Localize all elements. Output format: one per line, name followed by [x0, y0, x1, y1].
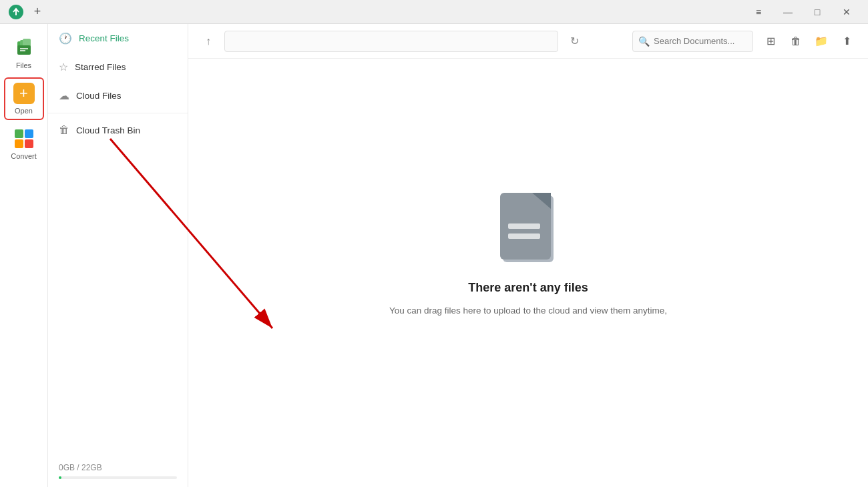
svg-rect-4 — [17, 45, 31, 55]
refresh-button[interactable]: ↻ — [565, 32, 584, 51]
files-icon — [13, 37, 35, 59]
nav-item-open-label: Open — [15, 107, 33, 115]
sidebar-item-starred-label: Starred Files — [75, 62, 126, 72]
nav-item-convert[interactable]: Convert — [4, 123, 44, 165]
empty-state-subtitle: You can drag files here to upload to the… — [389, 306, 667, 316]
maximize-button[interactable]: □ — [804, 0, 831, 24]
svg-rect-11 — [508, 233, 540, 239]
upload-button[interactable]: ⬆ — [836, 31, 857, 52]
sidebar-item-recent-label: Recent Files — [79, 33, 129, 43]
storage-label: 0GB / 22GB — [59, 463, 102, 472]
delete-button[interactable]: 🗑 — [785, 31, 807, 52]
titlebar: + ≡ — □ ✕ — [0, 0, 868, 24]
sidebar-item-starred[interactable]: ☆ Starred Files — [48, 53, 188, 81]
toolbar: ↑ ↻ 🔍 ⊞ 🗑 📁 ⬆ — [188, 24, 868, 59]
window-controls: ≡ — □ ✕ — [745, 0, 860, 24]
empty-state-title: There aren't any files — [468, 281, 588, 295]
empty-state: There aren't any files You can drag file… — [188, 59, 868, 487]
sidebar-item-trash[interactable]: 🗑 Cloud Trash Bin — [48, 116, 188, 144]
new-tab-button[interactable]: + — [29, 4, 45, 20]
svg-rect-10 — [508, 223, 540, 229]
nav-item-convert-label: Convert — [11, 152, 37, 160]
minimize-button[interactable]: — — [775, 0, 801, 24]
sidebar-item-trash-label: Cloud Trash Bin — [76, 125, 140, 135]
sidebar-menu: 🕐 Recent Files ☆ Starred Files ☁ Cloud F… — [48, 24, 188, 455]
titlebar-left: + — [8, 4, 45, 20]
empty-state-illustration — [495, 190, 562, 270]
sidebar-footer: 0GB / 22GB — [48, 455, 188, 487]
back-button[interactable]: ↑ — [199, 32, 218, 51]
app-body: Files + Open Convert 🕐 Recent Files — [0, 24, 868, 487]
nav-item-files[interactable]: Files — [4, 32, 44, 75]
main-content: ↑ ↻ 🔍 ⊞ 🗑 📁 ⬆ — [188, 24, 868, 487]
open-icon: + — [13, 83, 35, 104]
sidebar-item-recent[interactable]: 🕐 Recent Files — [48, 24, 188, 53]
path-bar[interactable] — [224, 31, 558, 52]
nav-item-files-label: Files — [16, 61, 31, 69]
convert-icon — [13, 128, 35, 149]
left-nav: Files + Open Convert — [0, 24, 48, 487]
search-box[interactable]: 🔍 — [632, 31, 753, 52]
starred-icon: ☆ — [59, 61, 68, 73]
cloud-icon: ☁ — [59, 89, 69, 102]
search-icon: 🔍 — [638, 36, 650, 47]
search-input[interactable] — [654, 36, 747, 46]
menu-button[interactable]: ≡ — [745, 0, 772, 24]
panel-sidebar: 🕐 Recent Files ☆ Starred Files ☁ Cloud F… — [48, 24, 188, 487]
storage-bar-fill — [59, 476, 61, 479]
close-button[interactable]: ✕ — [833, 0, 860, 24]
view-grid-button[interactable]: ⊞ — [760, 31, 781, 52]
new-folder-button[interactable]: 📁 — [811, 31, 832, 52]
storage-bar-bg — [59, 476, 177, 479]
app-logo-icon — [8, 4, 24, 20]
sidebar-item-cloud[interactable]: ☁ Cloud Files — [48, 81, 188, 110]
trash-icon: 🗑 — [59, 124, 69, 136]
sidebar-item-cloud-label: Cloud Files — [76, 91, 122, 101]
recent-icon: 🕐 — [59, 32, 72, 45]
sidebar-divider — [48, 113, 188, 113]
nav-item-open[interactable]: + Open — [4, 77, 44, 120]
toolbar-actions: ⊞ 🗑 📁 ⬆ — [760, 31, 857, 52]
